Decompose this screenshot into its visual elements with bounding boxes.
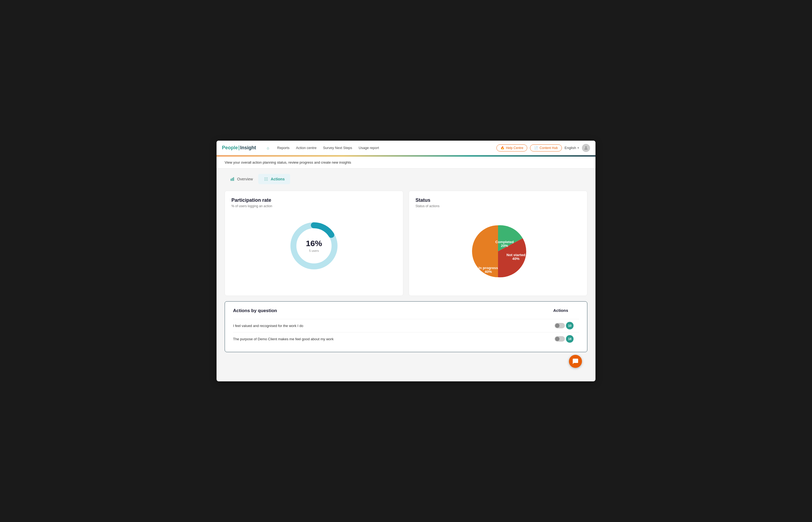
svg-point-0 (585, 146, 587, 148)
donut-percent: 16% (306, 239, 322, 248)
tab-overview-label: Overview (237, 177, 253, 181)
svg-point-5 (266, 177, 266, 178)
question-text-1: I feel valued and recognised for the wor… (233, 324, 303, 328)
svg-text:Not started: Not started (506, 253, 525, 257)
svg-point-8 (266, 179, 266, 179)
badge-count-2: 18 (566, 335, 574, 343)
svg-point-7 (265, 179, 265, 179)
question-row-1: I feel valued and recognised for the wor… (233, 319, 579, 332)
nav-reports[interactable]: Reports (277, 146, 290, 150)
help-icon: 🔥 (501, 146, 504, 150)
main-content: Overview Actions Participation rate % of… (216, 168, 596, 363)
tabs: Overview Actions (225, 174, 587, 184)
subtitle-bar: View your overall action planning status… (216, 157, 596, 168)
bar-chart-icon (230, 177, 235, 181)
svg-point-10 (265, 180, 265, 181)
svg-point-12 (267, 180, 268, 181)
content-icon: 📄 (534, 146, 538, 150)
svg-rect-1 (231, 179, 231, 181)
actions-column-label: Actions (553, 308, 568, 313)
svg-text:In progress: In progress (479, 266, 498, 270)
topbar-right: 🔥 Help Centre 📄 Content Hub English + (497, 144, 590, 152)
dots-grid-icon (264, 177, 269, 181)
svg-rect-3 (233, 177, 234, 181)
actions-card-title: Actions by question (233, 308, 277, 314)
logo-people: People (222, 145, 238, 150)
donut-center: 16% 5 users (306, 239, 322, 253)
question-text-2: The purpose of Demo Client makes me feel… (233, 337, 333, 341)
chat-icon (572, 358, 579, 365)
status-card: Status Status of actions Completed (409, 191, 587, 296)
topbar: People Insight ⌂ Reports Action centre S… (216, 141, 596, 155)
actions-by-question-card: Actions by question Actions I feel value… (225, 301, 587, 352)
status-subtitle: Status of actions (415, 204, 581, 208)
home-icon[interactable]: ⌂ (265, 145, 271, 150)
svg-text:40%: 40% (485, 270, 492, 274)
participation-title: Participation rate (231, 197, 397, 203)
question-badge-1: 10 (555, 322, 574, 329)
pie-chart: Completed 20% Not started 40% In progres… (466, 219, 530, 284)
logo[interactable]: People Insight (222, 145, 256, 150)
svg-text:Completed: Completed (495, 240, 514, 244)
svg-text:40%: 40% (513, 257, 520, 261)
user-avatar[interactable] (582, 144, 590, 152)
svg-point-9 (267, 179, 268, 179)
tab-actions-label: Actions (271, 177, 285, 181)
question-badge-2: 18 (555, 335, 574, 343)
participation-subtitle: % of users logging an action (231, 204, 397, 208)
svg-point-11 (266, 180, 266, 181)
logo-divider (239, 145, 239, 150)
language-selector[interactable]: English + (565, 146, 579, 150)
pie-container: Completed 20% Not started 40% In progres… (415, 214, 581, 289)
nav-survey-next-steps[interactable]: Survey Next Steps (323, 146, 352, 150)
toggle-1[interactable] (555, 323, 565, 328)
svg-rect-2 (232, 178, 233, 181)
chat-button[interactable] (569, 355, 582, 368)
donut-users: 5 users (309, 249, 319, 252)
tab-overview[interactable]: Overview (225, 174, 258, 184)
logo-insight: Insight (240, 145, 256, 150)
plus-icon: + (577, 146, 579, 150)
nav-usage-report[interactable]: Usage report (359, 146, 379, 150)
nav-action-centre[interactable]: Action centre (296, 146, 317, 150)
participation-card: Participation rate % of users logging an… (225, 191, 403, 296)
content-hub-button[interactable]: 📄 Content Hub (530, 144, 562, 152)
actions-card-header: Actions by question Actions (233, 308, 579, 314)
donut-container: 16% 5 users (231, 214, 397, 278)
svg-text:20%: 20% (501, 244, 508, 248)
donut-chart: 16% 5 users (287, 219, 341, 273)
subtitle-text: View your overall action planning status… (225, 160, 587, 164)
badge-count-1: 10 (566, 322, 574, 329)
tab-actions[interactable]: Actions (258, 174, 290, 184)
toggle-2[interactable] (555, 336, 565, 342)
cards-row: Participation rate % of users logging an… (225, 191, 587, 296)
status-title: Status (415, 197, 581, 203)
svg-point-6 (267, 177, 268, 178)
help-centre-button[interactable]: 🔥 Help Centre (497, 144, 527, 152)
svg-point-4 (265, 177, 265, 178)
question-row-2: The purpose of Demo Client makes me feel… (233, 332, 579, 345)
